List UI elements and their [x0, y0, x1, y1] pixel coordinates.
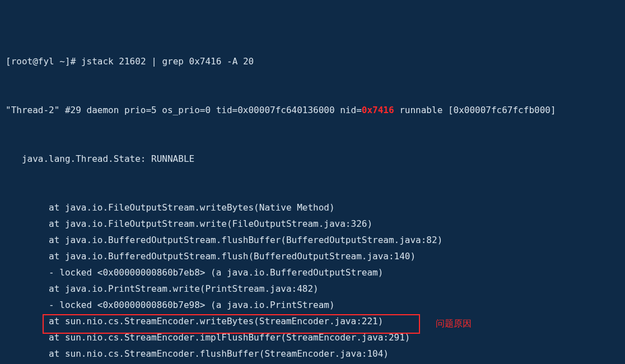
annotation-label: 问题原因: [436, 315, 472, 332]
stack-line: at sun.nio.cs.StreamEncoder.flushBuffer(…: [6, 346, 619, 362]
thread-header-suffix: runnable [0x00007fc67fcfb000]: [394, 105, 556, 115]
stack-line: at java.io.FileOutputStream.write(FileOu…: [6, 216, 619, 232]
stack-line: - locked <0x00000000860b7eb8> (a java.io…: [6, 264, 619, 281]
stack-line: - locked <0x00000000860b7e98> (a java.io…: [6, 297, 619, 313]
highlighted-nid: 0x7416: [362, 105, 394, 115]
thread-header-prefix: "Thread-2" #29 daemon prio=5 os_prio=0 t…: [6, 105, 362, 115]
prompt-symbol: #: [71, 56, 76, 67]
prompt-open-bracket: [: [6, 56, 11, 67]
stack-line: - locked <0x00000000860b7f88> (a java.io…: [6, 362, 619, 364]
stack-line: at java.io.BufferedOutputStream.flush(Bu…: [6, 248, 619, 264]
stack-trace: at java.io.FileOutputStream.writeBytes(N…: [6, 199, 619, 364]
thread-state-line: java.lang.Thread.State: RUNNABLE: [6, 151, 619, 167]
prompt-close-bracket: ]: [65, 56, 71, 67]
stack-line: at java.io.PrintStream.write(PrintStream…: [6, 281, 619, 297]
stack-line: at sun.nio.cs.StreamEncoder.writeBytes(S…: [6, 313, 619, 329]
thread-header-line: "Thread-2" #29 daemon prio=5 os_prio=0 t…: [6, 102, 619, 118]
terminal-output: [root@fyl ~]# jstack 21602 | grep 0x7416…: [0, 0, 625, 364]
prompt-at: @: [32, 56, 38, 67]
prompt-host: fyl: [38, 56, 54, 67]
stack-line: at java.io.FileOutputStream.writeBytes(N…: [6, 199, 619, 216]
prompt-path: ~: [59, 56, 65, 67]
stack-line: at sun.nio.cs.StreamEncoder.implFlushBuf…: [6, 329, 619, 346]
command-line[interactable]: [root@fyl ~]# jstack 21602 | grep 0x7416…: [6, 37, 619, 69]
prompt-user: root: [11, 56, 33, 67]
stack-line: at java.io.BufferedOutputStream.flushBuf…: [6, 232, 619, 248]
command-text: jstack 21602 | grep 0x7416 -A 20: [81, 56, 254, 67]
